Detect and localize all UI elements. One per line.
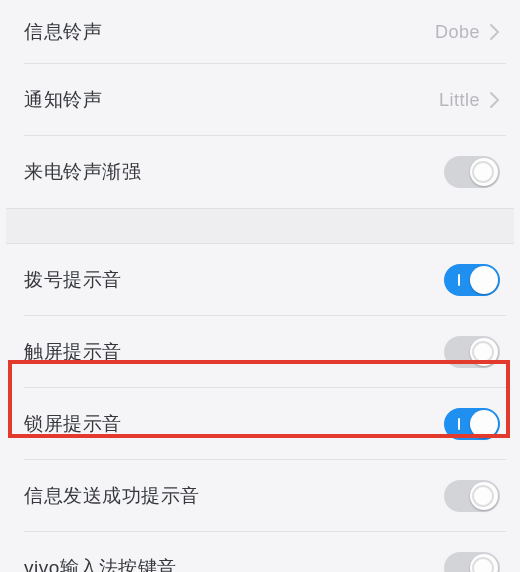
label-message-ringtone: 信息铃声	[24, 19, 102, 45]
toggle-knob	[470, 158, 498, 186]
value-notification-ringtone: Little	[439, 90, 480, 111]
label-dial-sound: 拨号提示音	[24, 267, 122, 293]
label-msg-sent-sound: 信息发送成功提示音	[24, 483, 200, 509]
toggle-knob	[470, 482, 498, 510]
chevron-right-icon	[490, 23, 500, 41]
toggle-incoming-fade-in[interactable]	[444, 156, 500, 188]
row-right: Little	[439, 90, 500, 111]
label-vivo-ime-sound: vivo输入法按键音	[24, 555, 177, 572]
toggle-knob	[470, 554, 498, 572]
value-message-ringtone: Dobe	[435, 22, 480, 43]
toggle-knob	[470, 410, 498, 438]
toggle-lock-sound[interactable]	[444, 408, 500, 440]
toggle-knob	[470, 338, 498, 366]
chevron-right-icon	[490, 91, 500, 109]
label-lock-sound: 锁屏提示音	[24, 411, 122, 437]
section-gap	[6, 208, 514, 244]
row-msg-sent-sound: 信息发送成功提示音	[6, 460, 514, 532]
row-message-ringtone[interactable]: 信息铃声 Dobe	[6, 0, 514, 64]
toggle-dial-sound[interactable]	[444, 264, 500, 296]
label-notification-ringtone: 通知铃声	[24, 87, 102, 113]
toggle-touch-sound[interactable]	[444, 336, 500, 368]
row-incoming-fade-in: 来电铃声渐强	[6, 136, 514, 208]
toggle-msg-sent-sound[interactable]	[444, 480, 500, 512]
label-incoming-fade-in: 来电铃声渐强	[24, 159, 141, 185]
label-touch-sound: 触屏提示音	[24, 339, 122, 365]
row-dial-sound: 拨号提示音	[6, 244, 514, 316]
ringtone-group: 信息铃声 Dobe 通知铃声 Little 来电铃声渐强	[6, 0, 514, 208]
toggle-vivo-ime-sound[interactable]	[444, 552, 500, 572]
row-right: Dobe	[435, 22, 500, 43]
row-touch-sound: 触屏提示音	[6, 316, 514, 388]
row-lock-sound: 锁屏提示音	[6, 388, 514, 460]
row-vivo-ime-sound: vivo输入法按键音	[6, 532, 514, 572]
row-notification-ringtone[interactable]: 通知铃声 Little	[6, 64, 514, 136]
sound-group: 拨号提示音 触屏提示音 锁屏提示音 信息发送成功提示音	[6, 244, 514, 572]
toggle-knob	[470, 266, 498, 294]
